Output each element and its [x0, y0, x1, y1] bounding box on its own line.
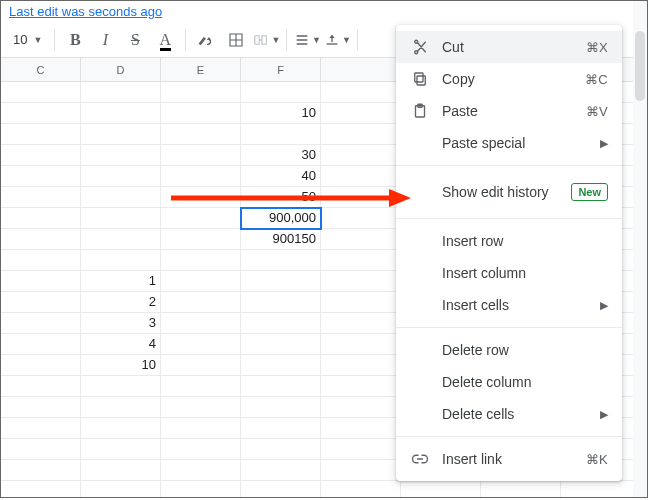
cell[interactable]: [161, 145, 241, 166]
vertical-scrollbar[interactable]: [633, 1, 647, 497]
strikethrough-button[interactable]: S: [121, 26, 149, 54]
cell[interactable]: [81, 145, 161, 166]
cell[interactable]: [241, 124, 321, 145]
cell[interactable]: [81, 439, 161, 460]
cell[interactable]: 40: [241, 166, 321, 187]
cell[interactable]: [321, 103, 401, 124]
cell[interactable]: [241, 439, 321, 460]
cell[interactable]: [1, 460, 81, 481]
scrollbar-thumb[interactable]: [635, 31, 645, 101]
cell[interactable]: [81, 397, 161, 418]
cell[interactable]: [161, 376, 241, 397]
cell[interactable]: [1, 166, 81, 187]
cell[interactable]: [81, 460, 161, 481]
ctx-paste[interactable]: Paste ⌘V: [396, 95, 622, 127]
col-header[interactable]: C: [1, 58, 81, 81]
cell[interactable]: [81, 418, 161, 439]
cell[interactable]: [241, 82, 321, 103]
cell[interactable]: [1, 271, 81, 292]
cell[interactable]: [321, 166, 401, 187]
cell[interactable]: [161, 124, 241, 145]
cell[interactable]: [1, 313, 81, 334]
cell[interactable]: [1, 208, 81, 229]
cell[interactable]: [401, 481, 481, 498]
cell[interactable]: [241, 397, 321, 418]
cell[interactable]: [81, 187, 161, 208]
cell[interactable]: [241, 460, 321, 481]
cell[interactable]: [81, 250, 161, 271]
last-edit-link[interactable]: Last edit was seconds ago: [9, 4, 162, 19]
cell[interactable]: [161, 166, 241, 187]
cell[interactable]: 900150: [241, 229, 321, 250]
cell[interactable]: [561, 481, 641, 498]
cell[interactable]: 3: [81, 313, 161, 334]
cell[interactable]: [481, 481, 561, 498]
halign-button[interactable]: ▼: [293, 26, 321, 54]
cell[interactable]: [321, 376, 401, 397]
cell[interactable]: [321, 187, 401, 208]
cell[interactable]: 1: [81, 271, 161, 292]
italic-button[interactable]: I: [91, 26, 119, 54]
cell[interactable]: [81, 208, 161, 229]
cell[interactable]: [1, 250, 81, 271]
cell[interactable]: [321, 439, 401, 460]
ctx-insert-link[interactable]: Insert link ⌘K: [396, 443, 622, 475]
col-header[interactable]: D: [81, 58, 161, 81]
cell[interactable]: [241, 292, 321, 313]
cell[interactable]: [81, 481, 161, 498]
cell[interactable]: 2: [81, 292, 161, 313]
cell[interactable]: [161, 397, 241, 418]
cell[interactable]: [81, 124, 161, 145]
cell[interactable]: [241, 418, 321, 439]
cell[interactable]: 4: [81, 334, 161, 355]
cell[interactable]: [161, 292, 241, 313]
ctx-delete-cells[interactable]: Delete cells ▶: [396, 398, 622, 430]
cell[interactable]: [161, 187, 241, 208]
cell[interactable]: [81, 166, 161, 187]
cell[interactable]: [161, 334, 241, 355]
cell[interactable]: [1, 103, 81, 124]
cell[interactable]: [241, 376, 321, 397]
cell[interactable]: [321, 229, 401, 250]
cell[interactable]: [1, 124, 81, 145]
cell[interactable]: 10: [241, 103, 321, 124]
cell[interactable]: [1, 481, 81, 498]
cell[interactable]: [321, 460, 401, 481]
cell[interactable]: [161, 313, 241, 334]
cell[interactable]: [321, 481, 401, 498]
cell[interactable]: [81, 103, 161, 124]
cell[interactable]: [1, 439, 81, 460]
col-header[interactable]: E: [161, 58, 241, 81]
text-color-button[interactable]: A: [151, 26, 179, 54]
ctx-show-edit-history[interactable]: Show edit history New: [396, 172, 622, 212]
cell[interactable]: [241, 313, 321, 334]
cell[interactable]: [241, 355, 321, 376]
cell[interactable]: [321, 208, 401, 229]
cell[interactable]: [161, 271, 241, 292]
cell[interactable]: [321, 124, 401, 145]
cell[interactable]: 50: [241, 187, 321, 208]
cell[interactable]: [241, 481, 321, 498]
cell[interactable]: [241, 250, 321, 271]
cell[interactable]: [1, 376, 81, 397]
ctx-cut[interactable]: Cut ⌘X: [396, 31, 622, 63]
cell[interactable]: [1, 187, 81, 208]
ctx-delete-row[interactable]: Delete row: [396, 334, 622, 366]
cell[interactable]: [321, 334, 401, 355]
cell[interactable]: [161, 439, 241, 460]
cell[interactable]: [161, 460, 241, 481]
borders-button[interactable]: [222, 26, 250, 54]
ctx-paste-special[interactable]: Paste special ▶: [396, 127, 622, 159]
cell[interactable]: [81, 229, 161, 250]
font-size-dropdown[interactable]: 10 ▼: [7, 30, 48, 49]
cell[interactable]: [321, 397, 401, 418]
ctx-insert-column[interactable]: Insert column: [396, 257, 622, 289]
cell[interactable]: [241, 271, 321, 292]
ctx-delete-column[interactable]: Delete column: [396, 366, 622, 398]
cell[interactable]: [161, 250, 241, 271]
cell[interactable]: [1, 82, 81, 103]
cell[interactable]: [1, 334, 81, 355]
cell[interactable]: 10: [81, 355, 161, 376]
cell[interactable]: [1, 229, 81, 250]
cell[interactable]: [1, 397, 81, 418]
